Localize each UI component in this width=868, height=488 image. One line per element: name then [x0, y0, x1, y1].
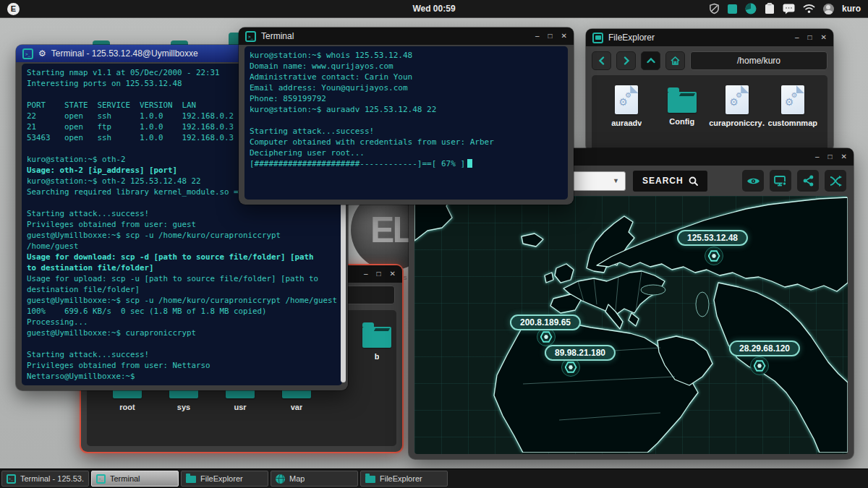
- home-button[interactable]: [665, 51, 685, 70]
- terminal-line: to destination file/folder]: [27, 262, 337, 273]
- taskbar-item-fileexplorer[interactable]: FileExplorer: [360, 471, 448, 487]
- map-node-marker[interactable]: [750, 356, 769, 375]
- terminal-line: Domain name: www.qurijayos.com: [250, 61, 563, 72]
- terminal-line: [######################------------]==[ …: [250, 158, 563, 169]
- file-label: Config: [669, 117, 694, 126]
- file-explorer-home-window: FileExplorer – □ ✕ /home/kuro ⚙⚙auraadvC…: [586, 29, 833, 152]
- taskbar-item-fileexplorer[interactable]: FileExplorer: [181, 471, 268, 487]
- binary-file-icon: ⚙⚙: [726, 85, 749, 114]
- watch-button[interactable]: [742, 170, 764, 192]
- chat-icon[interactable]: [783, 4, 795, 14]
- terminal-line: Privileges obtained from user: guest: [27, 219, 337, 230]
- terminal-line: Processing...: [27, 317, 337, 328]
- monitor-gear-icon: [774, 176, 787, 187]
- binary-file-icon: ⚙⚙: [615, 85, 638, 114]
- terminal-icon: [96, 474, 106, 484]
- terminal-output[interactable]: kuro@station:~$ whois 125.53.12.48Domain…: [244, 46, 568, 200]
- file-label: sys: [177, 403, 190, 411]
- map-node-marker[interactable]: [705, 247, 723, 265]
- fe-top-titlebar[interactable]: FileExplorer – □ ✕: [586, 29, 833, 46]
- username: kuro: [842, 4, 861, 14]
- folder-icon: [362, 327, 391, 348]
- terminal-line: Usage for upload: scp -u [path to source…: [27, 273, 337, 284]
- terminal-line: guest@Uymillboxxe:~$ scp -u /home/kuro/c…: [27, 230, 337, 241]
- maximize-button[interactable]: □: [548, 27, 553, 45]
- file-label: usr: [234, 403, 246, 411]
- maximize-button[interactable]: □: [808, 29, 812, 46]
- back-button[interactable]: [592, 51, 611, 70]
- terminal-icon: >_: [245, 31, 256, 42]
- minimize-button[interactable]: –: [364, 265, 368, 283]
- folder-icon: [365, 476, 375, 483]
- chevron-down-icon: ▼: [613, 177, 619, 184]
- status-square-icon[interactable]: [728, 4, 737, 14]
- terminal-line: [27, 338, 337, 349]
- taskbar-item-label: Terminal: [110, 474, 140, 483]
- terminal-cursor: [467, 159, 472, 168]
- close-button[interactable]: ✕: [390, 265, 396, 283]
- terminal-local-window: >_ Terminal – □ ✕ kuro@station:~$ whois …: [239, 27, 574, 205]
- user-avatar[interactable]: [823, 4, 834, 14]
- folder-icon: [186, 476, 196, 483]
- file-label: customnmap: [768, 119, 817, 127]
- taskbar-item-map[interactable]: Map: [271, 471, 358, 487]
- close-button[interactable]: ✕: [821, 29, 827, 46]
- terminal-line: Computer obtained with credentials from …: [250, 137, 563, 147]
- maximize-button[interactable]: □: [377, 265, 381, 283]
- terminal-line: Starting attack...success!: [27, 349, 337, 360]
- taskbar-item-label: FileExplorer: [200, 474, 243, 483]
- clipboard-icon[interactable]: [765, 3, 775, 14]
- minimize-button[interactable]: –: [535, 27, 540, 45]
- map-ip-label[interactable]: 125.53.12.48: [677, 230, 748, 246]
- minimize-button[interactable]: –: [815, 148, 820, 166]
- world-map[interactable]: 125.53.12.48200.8.189.6589.98.21.18028.2…: [414, 196, 848, 454]
- terminal-line: Deciphering user root...: [250, 147, 563, 158]
- gear-icon: ⚙: [38, 49, 46, 58]
- map-ip-label[interactable]: 89.98.21.180: [545, 345, 616, 361]
- route-button[interactable]: [825, 170, 846, 192]
- globe-icon: [276, 474, 285, 484]
- taskbar-item-label: Map: [289, 474, 305, 483]
- folder-icon: [668, 92, 697, 113]
- terminal-line: Usage for download: scp -d [path to sour…: [27, 252, 337, 262]
- taskbar-item-terminal[interactable]: Terminal: [91, 471, 179, 487]
- file-grid-row: ⚙⚙auraadvConfig⚙⚙curaproniccry…⚙⚙customn…: [592, 75, 827, 127]
- file-label: b: [375, 352, 380, 361]
- maximize-button[interactable]: □: [828, 148, 833, 166]
- window-title: Terminal: [261, 31, 294, 41]
- wifi-icon[interactable]: [803, 4, 815, 14]
- terminal-icon: [7, 474, 16, 484]
- file-label: auraadv: [611, 119, 642, 127]
- map-ip-label[interactable]: 200.8.189.65: [510, 314, 581, 330]
- terminal-line: [250, 115, 563, 126]
- file-grid-row: b: [349, 320, 404, 361]
- search-icon: [689, 176, 698, 186]
- search-button[interactable]: SEARCH: [633, 171, 707, 192]
- remote-desktop-button[interactable]: [770, 170, 791, 192]
- search-button-label: SEARCH: [642, 176, 684, 186]
- map-ip-label[interactable]: 28.29.68.120: [729, 341, 800, 356]
- folder-item-b[interactable]: b: [349, 320, 404, 361]
- system-tray: kuro: [709, 3, 861, 14]
- file-item-customnmap[interactable]: ⚙⚙customnmap: [765, 85, 820, 127]
- address-bar[interactable]: /home/kuro: [690, 51, 827, 70]
- minimize-button[interactable]: –: [795, 29, 799, 46]
- file-label: curaproniccry…: [709, 119, 765, 127]
- share-button[interactable]: [797, 170, 819, 192]
- taskbar-item-terminal-125-53-[interactable]: Terminal - 125.53...: [1, 471, 89, 487]
- file-item-curaproniccry[interactable]: ⚙⚙curaproniccry…: [710, 85, 765, 127]
- folder-item-config[interactable]: Config: [655, 85, 710, 127]
- taskbar-items: Terminal - 125.53...TerminalFileExplorer…: [1, 471, 448, 487]
- window-title: FileExplorer: [608, 33, 655, 43]
- terminal-line: Privileges obtained from user: Nettarso: [27, 360, 337, 371]
- world-map-land: [414, 196, 848, 453]
- resource-pie-icon[interactable]: [745, 3, 757, 14]
- up-button[interactable]: [641, 51, 660, 70]
- forward-button[interactable]: [616, 51, 636, 70]
- close-button[interactable]: ✕: [841, 148, 847, 166]
- terminal-local-titlebar[interactable]: >_ Terminal – □ ✕: [239, 27, 574, 45]
- file-item-auraadv[interactable]: ⚙⚙auraadv: [599, 85, 654, 127]
- shield-disabled-icon[interactable]: [709, 3, 720, 14]
- close-button[interactable]: ✕: [561, 27, 567, 45]
- file-label: var: [291, 403, 303, 411]
